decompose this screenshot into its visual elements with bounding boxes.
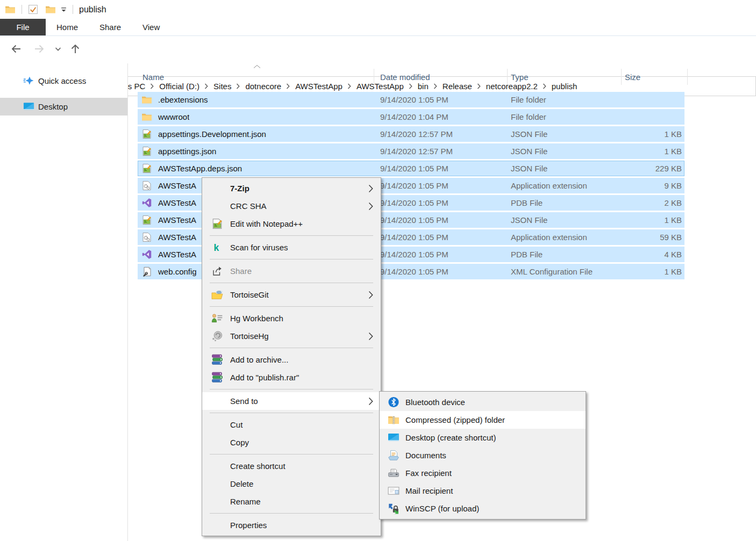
tab-share[interactable]: Share — [89, 19, 132, 35]
menu-item-add-to-archive[interactable]: Add to archive... — [202, 351, 381, 369]
svg-text:k: k — [214, 242, 219, 253]
menu-item-properties[interactable]: Properties — [202, 516, 381, 534]
new-folder-qat-icon[interactable] — [45, 5, 56, 14]
table-row[interactable]: wwwroot9/14/2020 1:04 PMFile folder — [138, 109, 684, 125]
tab-home[interactable]: Home — [46, 19, 89, 35]
desktop-icon — [23, 102, 34, 112]
file-name: .ebextensions — [158, 95, 208, 104]
file-name: AWSTestA — [158, 215, 196, 225]
menu-item-icon-slot — [211, 520, 223, 531]
file-date-cell: 9/14/2020 1:05 PM — [374, 198, 507, 207]
forward-button[interactable] — [33, 42, 46, 55]
menu-item-label: Bluetooth device — [405, 398, 465, 407]
table-row[interactable]: AWSTestApp.deps.json9/14/2020 1:05 PMJSO… — [138, 161, 684, 176]
menu-item-bluetooth-device[interactable]: Bluetooth device — [380, 393, 586, 411]
chevron-down-icon — [55, 47, 61, 52]
menu-item-label: Properties — [230, 521, 267, 530]
menu-item-7-zip[interactable]: 7-Zip — [202, 179, 381, 197]
column-divider[interactable] — [687, 69, 688, 85]
menu-item-label: Rename — [230, 497, 261, 506]
sidebar-item-label: Desktop — [38, 102, 68, 111]
menu-item-add-to-publish-rar[interactable]: Add to "publish.rar" — [202, 369, 381, 386]
menu-item-desktop-create-shortcut[interactable]: Desktop (create shortcut) — [380, 429, 586, 446]
menu-item-label: Delete — [230, 479, 253, 488]
file-name: appsettings.json — [158, 147, 216, 156]
column-header-date-modified[interactable]: Date modified — [380, 73, 430, 82]
star-icon — [23, 76, 34, 86]
tab-file[interactable]: File — [0, 19, 46, 35]
folder-icon — [141, 95, 152, 105]
menu-item-icon-slot — [211, 183, 223, 194]
menu-separator — [210, 283, 373, 283]
share-icon — [211, 265, 223, 277]
properties-qat-icon[interactable] — [28, 4, 38, 15]
menu-item-icon-slot — [211, 437, 223, 448]
menu-item-label: Create shortcut — [230, 461, 286, 471]
menu-item-winscp-for-upload[interactable]: WinSCP (for upload) — [380, 500, 586, 517]
qat-customize-dropdown-icon[interactable] — [61, 7, 67, 12]
mail-icon — [388, 485, 400, 496]
column-header-type[interactable]: Type — [511, 73, 529, 82]
column-header-name[interactable]: Name — [142, 73, 164, 82]
file-type-cell: XML Configuration File — [507, 267, 621, 276]
menu-item-label: Cut — [230, 420, 243, 429]
column-divider[interactable] — [374, 69, 374, 85]
file-type-cell: JSON File — [507, 215, 621, 225]
json-file-icon — [141, 129, 152, 139]
menu-item-tortoisegit[interactable]: TortoiseGit — [202, 286, 381, 304]
sidebar-item-desktop[interactable]: Desktop — [0, 98, 127, 116]
winscp-icon — [388, 503, 400, 514]
file-size-cell: 1 KB — [621, 215, 684, 225]
tortoisehg-icon — [211, 330, 223, 342]
up-button[interactable] — [69, 42, 82, 55]
tab-view[interactable]: View — [132, 19, 170, 35]
menu-item-compressed-zipped-folder[interactable]: Compressed (zipped) folder — [380, 411, 586, 429]
table-row[interactable]: appsettings.json9/14/2020 12:57 PMJSON F… — [138, 143, 684, 159]
menu-item-mail-recipient[interactable]: Mail recipient — [380, 482, 586, 500]
file-type-cell: Application extension — [507, 181, 621, 190]
menu-item-edit-with-notepad[interactable]: Edit with Notepad++ — [202, 215, 381, 233]
menu-item-label: CRC SHA — [230, 201, 267, 211]
menu-item-label: 7-Zip — [230, 184, 249, 193]
recent-locations-button[interactable] — [54, 46, 61, 52]
kaspersky-icon: k — [211, 242, 223, 253]
folder-icon — [141, 112, 152, 122]
menu-item-hg-workbench[interactable]: Hg Workbench — [202, 309, 381, 327]
sidebar-gap — [0, 90, 127, 98]
column-header-size[interactable]: Size — [625, 73, 640, 82]
menu-separator — [210, 259, 373, 259]
menu-item-tortoisehg[interactable]: TortoiseHg — [202, 327, 381, 345]
navigation-bar: This PCOfficial (D:)SitesdotnecoreAWSTes… — [0, 36, 756, 63]
sidebar-item-quick-access[interactable]: Quick access — [0, 72, 127, 90]
menu-item-fax-recipient[interactable]: Fax recipient — [380, 464, 586, 482]
column-divider[interactable] — [621, 69, 622, 85]
menu-item-icon-slot — [211, 395, 223, 407]
file-type-cell: JSON File — [507, 147, 621, 156]
menu-item-label: Compressed (zipped) folder — [405, 415, 505, 424]
file-size-cell: 4 KB — [621, 250, 684, 259]
menu-item-icon-slot — [211, 478, 223, 489]
menu-item-label: Add to "publish.rar" — [230, 373, 299, 382]
fax-icon — [388, 467, 400, 479]
table-row[interactable]: .ebextensions9/14/2020 1:05 PMFile folde… — [138, 92, 684, 107]
menu-item-icon-slot — [211, 200, 223, 212]
context-menu: 7-ZipCRC SHAEdit with Notepad++kScan for… — [202, 177, 381, 536]
back-button[interactable] — [10, 42, 23, 55]
tortoisegit-icon — [211, 289, 223, 300]
column-divider[interactable] — [507, 69, 508, 85]
menu-item-delete[interactable]: Delete — [202, 475, 381, 493]
table-row[interactable]: appsettings.Development.json9/14/2020 12… — [138, 126, 684, 142]
file-type-cell: File folder — [507, 95, 621, 104]
menu-item-create-shortcut[interactable]: Create shortcut — [202, 457, 381, 475]
menu-item-rename[interactable]: Rename — [202, 493, 381, 510]
menu-item-scan-for-viruses[interactable]: kScan for viruses — [202, 239, 381, 256]
menu-item-crc-sha[interactable]: CRC SHA — [202, 197, 381, 215]
menu-item-documents[interactable]: Documents — [380, 446, 586, 464]
menu-item-cut[interactable]: Cut — [202, 416, 381, 434]
sidebar-item-label: Quick access — [38, 76, 86, 85]
menu-item-copy[interactable]: Copy — [202, 434, 381, 451]
menu-item-label: Scan for viruses — [230, 243, 288, 252]
menu-item-share[interactable]: Share — [202, 262, 381, 280]
file-date-cell: 9/14/2020 1:05 PM — [374, 250, 507, 259]
menu-item-send-to[interactable]: Send to — [202, 392, 381, 410]
